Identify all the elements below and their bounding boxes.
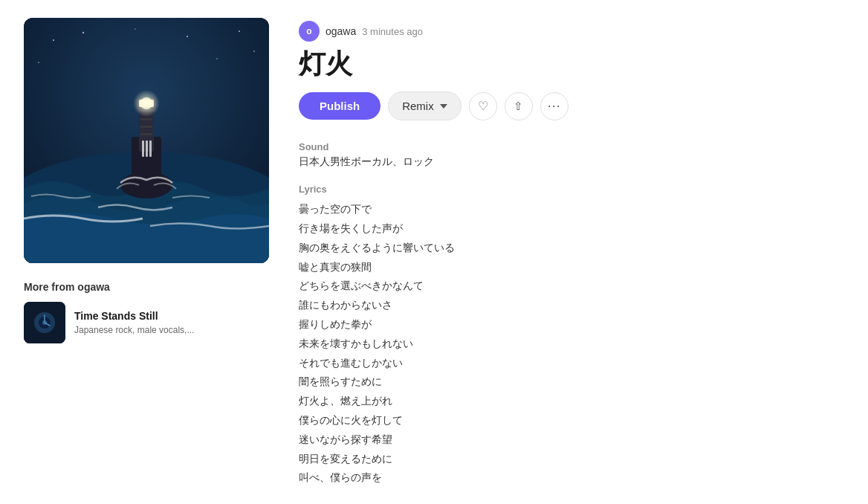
sound-value: 日本人男性ボーカル、ロック <box>299 155 844 169</box>
svg-rect-20 <box>140 133 152 135</box>
left-column: More from ogawa Time Stands Still <box>24 18 269 487</box>
svg-point-3 <box>135 28 136 30</box>
related-thumb <box>24 302 65 343</box>
svg-rect-21 <box>142 140 144 157</box>
lyric-line: 行き場を失くした声が <box>299 220 844 238</box>
action-row: Publish Remix ♡ ⇧ ··· <box>299 91 844 120</box>
svg-rect-19 <box>140 126 152 128</box>
lyric-line: 嘘と真実の狭間 <box>299 259 844 277</box>
timestamp: 3 minutes ago <box>362 26 423 37</box>
right-column: o ogawa 3 minutes ago 灯火 Publish Remix ♡… <box>299 18 844 487</box>
lyric-line: 闇を照らすために <box>299 373 844 391</box>
more-from-title: More from ogawa <box>24 281 269 293</box>
sound-label: Sound <box>299 141 844 152</box>
related-info: Time Stands Still Japanese rock, male vo… <box>74 310 194 335</box>
lyric-line: 灯火よ、燃え上がれ <box>299 392 844 410</box>
lyric-line: 未来を壊すかもしれない <box>299 335 844 353</box>
svg-point-2 <box>82 32 84 33</box>
share-icon: ⇧ <box>514 100 523 113</box>
related-track[interactable]: Time Stands Still Japanese rock, male vo… <box>24 302 269 343</box>
lyrics-section: Lyrics 曇った空の下で行き場を失くした声が胸の奥をえぐるように響いている嘘… <box>299 184 844 487</box>
more-icon: ··· <box>548 98 561 114</box>
lyric-line: 明日を変えるために <box>299 450 844 468</box>
lyric-line: 胸の奥をえぐるように響いている <box>299 239 844 257</box>
chevron-down-icon <box>440 104 447 109</box>
album-art <box>24 18 269 263</box>
lyric-line: どちらを選ぶべきかなんて <box>299 277 844 295</box>
related-title: Time Stands Still <box>74 310 194 322</box>
publish-button[interactable]: Publish <box>299 92 380 120</box>
author-name: ogawa <box>326 25 356 37</box>
lyric-line: 曇った空の下で <box>299 201 844 219</box>
svg-point-7 <box>38 62 39 63</box>
svg-rect-18 <box>140 118 152 120</box>
heart-button[interactable]: ♡ <box>469 92 497 120</box>
more-from-section: More from ogawa Time Stands Still <box>24 281 269 343</box>
related-desc: Japanese rock, male vocals,... <box>74 325 194 335</box>
heart-icon: ♡ <box>478 99 488 113</box>
lyric-line: それでも進むしかない <box>299 355 844 372</box>
lyric-line: 叫べ、僕らの声を <box>299 469 844 487</box>
page-container: More from ogawa Time Stands Still <box>0 0 868 504</box>
remix-label: Remix <box>402 100 434 112</box>
lyrics-content: 曇った空の下で行き場を失くした声が胸の奥をえぐるように響いている嘘と真実の狭間ど… <box>299 201 844 487</box>
lyrics-label: Lyrics <box>299 184 844 195</box>
remix-button[interactable]: Remix <box>388 91 461 120</box>
svg-point-1 <box>53 39 54 41</box>
svg-rect-23 <box>149 140 152 157</box>
more-button[interactable]: ··· <box>540 92 569 120</box>
lyric-line: 誰にもわからないさ <box>299 297 844 314</box>
svg-point-17 <box>140 97 152 109</box>
svg-point-8 <box>216 58 218 59</box>
song-title: 灯火 <box>299 48 844 80</box>
svg-rect-22 <box>146 140 148 157</box>
author-row: o ogawa 3 minutes ago <box>299 21 844 42</box>
lyric-line: 迷いながら探す希望 <box>299 431 844 449</box>
svg-point-4 <box>187 36 188 37</box>
svg-point-6 <box>253 51 255 52</box>
lyric-line: 握りしめた拳が <box>299 316 844 334</box>
share-button[interactable]: ⇧ <box>505 92 533 120</box>
svg-point-5 <box>239 30 240 32</box>
avatar: o <box>299 21 320 42</box>
lyric-line: 僕らの心に火を灯して <box>299 412 844 430</box>
